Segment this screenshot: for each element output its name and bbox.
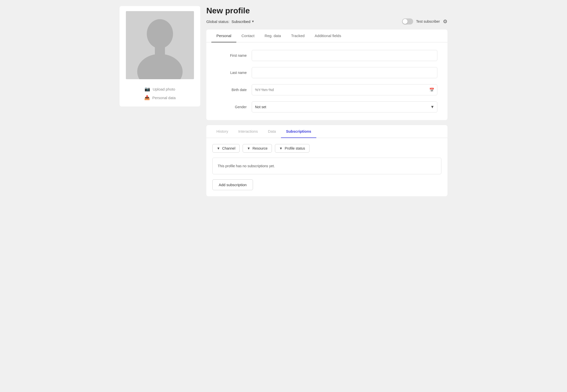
- gender-select-wrapper: Not set Male Female Other ▼: [252, 101, 437, 113]
- tab-reg-data[interactable]: Reg. data: [260, 30, 286, 42]
- first-name-row: First name: [216, 50, 437, 61]
- svg-rect-3: [155, 46, 165, 55]
- status-dropdown[interactable]: Subscribed ▼: [232, 19, 254, 24]
- settings-icon[interactable]: ⚙: [443, 18, 447, 24]
- filter-row: ▼ Channel ▼ Resource ▼ Profile status: [212, 144, 441, 153]
- sub-tab-history[interactable]: History: [211, 125, 233, 138]
- birth-date-wrapper: 📅: [252, 84, 437, 95]
- profile-actions: 📷 Upload photo 📥 Personal data: [125, 84, 195, 101]
- chevron-down-icon: ▼: [251, 20, 254, 23]
- sub-tabs-bar: History Interactions Data Subscriptions: [206, 125, 447, 138]
- channel-filter-button[interactable]: ▼ Channel: [212, 144, 240, 153]
- subscriptions-card: History Interactions Data Subscriptions …: [206, 125, 447, 196]
- first-name-input[interactable]: [252, 50, 437, 61]
- gender-label: Gender: [216, 105, 247, 109]
- camera-icon: 📷: [145, 86, 150, 92]
- last-name-label: Last name: [216, 71, 247, 75]
- gender-row: Gender Not set Male Female Other ▼: [216, 101, 437, 113]
- profile-card: 📷 Upload photo 📥 Personal data: [120, 6, 200, 106]
- tab-tracked[interactable]: Tracked: [286, 30, 310, 42]
- birth-date-label: Birth date: [216, 88, 247, 92]
- sub-tab-subscriptions[interactable]: Subscriptions: [281, 125, 316, 138]
- last-name-input[interactable]: [252, 67, 437, 78]
- filter-resource-icon: ▼: [247, 146, 250, 150]
- status-left: Global status: Subscribed ▼: [206, 19, 254, 24]
- first-name-label: First name: [216, 53, 247, 58]
- tab-personal[interactable]: Personal: [211, 30, 236, 42]
- upload-photo-button[interactable]: 📷 Upload photo: [145, 86, 175, 92]
- filter-profile-status-icon: ▼: [279, 146, 283, 150]
- channel-filter-label: Channel: [222, 146, 235, 150]
- page-title: New profile: [206, 6, 447, 15]
- toggle-knob: [403, 19, 408, 24]
- add-subscription-label: Add subscription: [219, 183, 247, 187]
- profile-header: New profile Global status: Subscribed ▼ …: [206, 6, 447, 24]
- tab-contact[interactable]: Contact: [236, 30, 260, 42]
- test-subscriber-label: Test subscriber: [416, 19, 440, 23]
- form-content: First name Last name Birth date 📅 Gender: [206, 42, 447, 120]
- filter-channel-icon: ▼: [217, 146, 220, 150]
- birth-date-input[interactable]: [252, 84, 437, 95]
- gender-select[interactable]: Not set Male Female Other: [252, 101, 437, 113]
- profile-status-filter-button[interactable]: ▼ Profile status: [275, 144, 309, 153]
- sub-tab-interactions[interactable]: Interactions: [233, 125, 263, 138]
- resource-filter-button[interactable]: ▼ Resource: [243, 144, 272, 153]
- left-panel: 📷 Upload photo 📥 Personal data: [120, 6, 200, 196]
- download-icon: 📥: [144, 95, 150, 100]
- test-subscriber-toggle[interactable]: [402, 18, 413, 24]
- sub-tab-data[interactable]: Data: [263, 125, 281, 138]
- empty-subscriptions-message: This profile has no subscriptions yet.: [212, 158, 441, 174]
- global-status-label: Global status:: [206, 19, 230, 24]
- page-layout: 📷 Upload photo 📥 Personal data New profi…: [120, 6, 447, 196]
- personal-data-button[interactable]: 📥 Personal data: [144, 95, 176, 100]
- status-value: Subscribed: [232, 19, 250, 24]
- profile-status-filter-label: Profile status: [285, 146, 305, 150]
- status-row: Global status: Subscribed ▼ Test subscri…: [206, 18, 447, 24]
- svg-point-1: [147, 19, 173, 48]
- last-name-row: Last name: [216, 67, 437, 78]
- add-subscription-button[interactable]: Add subscription: [212, 179, 253, 190]
- birth-date-row: Birth date 📅: [216, 84, 437, 95]
- tab-additional-fields[interactable]: Additional fields: [310, 30, 346, 42]
- right-panel: New profile Global status: Subscribed ▼ …: [206, 6, 447, 196]
- tabs-bar: Personal Contact Reg. data Tracked Addit…: [206, 30, 447, 42]
- personal-data-label: Personal data: [152, 96, 176, 100]
- avatar: [126, 11, 194, 79]
- upload-photo-label: Upload photo: [153, 87, 175, 91]
- status-right: Test subscriber ⚙: [402, 18, 447, 24]
- form-card: Personal Contact Reg. data Tracked Addit…: [206, 30, 447, 120]
- resource-filter-label: Resource: [252, 146, 268, 150]
- sub-content: ▼ Channel ▼ Resource ▼ Profile status Th…: [206, 138, 447, 196]
